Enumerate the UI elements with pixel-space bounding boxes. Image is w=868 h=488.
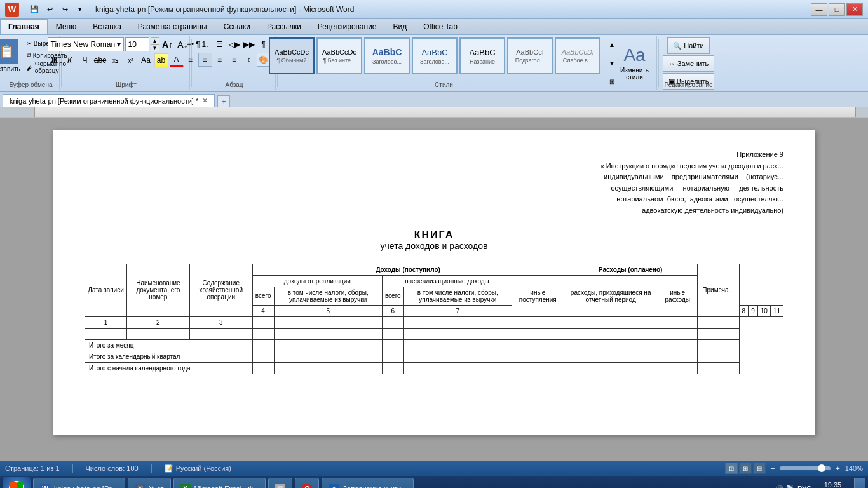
doc-tab-close[interactable]: ✕ (202, 97, 208, 105)
copy-icon: ⧉ (27, 51, 31, 59)
document-area[interactable]: Приложение 9 к Инструкции о порядке веде… (0, 118, 868, 461)
maximize-button[interactable]: □ (829, 3, 845, 16)
start-button[interactable] (3, 477, 31, 488)
justify-btn[interactable]: ≡ (227, 53, 241, 67)
tab-page-layout[interactable]: Разметка страницы (130, 19, 215, 34)
taskbar-ie-btn[interactable]: e Заполнение книги... (322, 478, 414, 488)
style-title[interactable]: AaBbC Название (459, 37, 505, 74)
taskbar-opera-btn[interactable]: O (295, 478, 319, 488)
view-web-btn[interactable]: ⊟ (753, 463, 766, 474)
tab-review[interactable]: Рецензирование (309, 19, 385, 34)
change-styles-icon: Aa (623, 45, 645, 65)
style-subtle[interactable]: AaBbCcDi Слабое в... (555, 37, 600, 74)
change-case-button[interactable]: Аа (139, 53, 153, 67)
sum-q-5 (274, 351, 382, 362)
qa-dropdown-btn[interactable]: ▾ (74, 3, 86, 16)
data-cell-2 (126, 328, 189, 339)
taskbar-mail-btn[interactable]: ✉ (268, 478, 292, 488)
bold-button[interactable]: Ж (48, 53, 62, 67)
tab-office-tab[interactable]: Office Tab (415, 19, 466, 34)
taskbar-notebook-btn[interactable]: 📓 Учет (128, 478, 171, 488)
statusbar-right: ⊡ ⊞ ⊟ − + 140% (725, 463, 863, 474)
format-paint-icon: 🖌 (27, 64, 33, 71)
font-decrease-btn[interactable]: ▼ (151, 44, 159, 51)
col-num-3: 3 (189, 316, 252, 328)
data-cell-8 (512, 328, 564, 339)
superscript-button[interactable]: x² (124, 53, 138, 67)
save-quick-btn[interactable]: 💾 (28, 3, 41, 16)
minimize-button[interactable]: — (811, 3, 827, 16)
annotation-line2: к Инструкции о порядке ведения учета дох… (498, 161, 783, 172)
excel-icon: X (180, 484, 191, 488)
new-tab-button[interactable]: + (217, 95, 230, 107)
tab-view[interactable]: Вид (385, 19, 416, 34)
tab-menu[interactable]: Меню (48, 19, 85, 34)
decrease-indent-btn[interactable]: ◁▶ (227, 37, 241, 51)
paste-button[interactable]: 📋 Вставить (0, 37, 22, 74)
strikethrough-button[interactable]: abc (93, 53, 107, 67)
col-num-1: 1 (85, 316, 127, 328)
col-num-9: 9 (749, 305, 758, 316)
numbering-btn[interactable]: 1. (198, 37, 212, 51)
tab-insert[interactable]: Вставка (85, 19, 130, 34)
zoom-decrease-btn[interactable]: − (771, 464, 775, 472)
header-income-real-total: всего (252, 287, 274, 305)
font-increase-btn[interactable]: ▲ (151, 37, 159, 44)
style-normal[interactable]: AaBbCcDc ¶ Обычный (269, 37, 315, 74)
data-cell-6 (382, 328, 403, 339)
style-subtle-preview: AaBbCcDi (562, 48, 594, 56)
ribbon: Главная Меню Вставка Разметка страницы С… (0, 19, 868, 92)
zoom-level[interactable]: 140% (845, 464, 863, 472)
document-tab[interactable]: kniga-yheta-pn [Режим ограниченной функц… (3, 94, 215, 107)
align-left-btn[interactable]: ≡ (184, 53, 198, 67)
taskbar-word-btn[interactable]: W kniga-yheta-pn [Ре... (33, 478, 125, 488)
zoom-slider[interactable] (780, 466, 831, 470)
undo-quick-btn[interactable]: ↩ (43, 3, 56, 16)
windows-icon (10, 482, 23, 488)
tray-lang[interactable]: РУС (797, 485, 811, 488)
language-block: 📝 Русский (Россия) (165, 464, 231, 473)
taskbar-excel-btn[interactable]: X Microsoft Excel - Ф... (173, 478, 266, 488)
table-header-row1: Дата записи Наименование документа, его … (85, 264, 783, 275)
view-layout-btn[interactable]: ⊞ (739, 463, 752, 474)
style-subtitle[interactable]: AaBbCcI Подзагол... (507, 37, 553, 74)
bullets-btn[interactable]: ≡• (184, 37, 198, 51)
highlight-button[interactable]: ab (154, 53, 168, 67)
zoom-increase-btn[interactable]: + (836, 464, 839, 472)
style-no-spacing[interactable]: AaBbCcDc ¶ Без инте... (316, 37, 362, 74)
mail-icon: ✉ (275, 484, 285, 488)
font-size-box[interactable]: 10 (125, 37, 149, 51)
titlebar: W 💾 ↩ ↪ ▾ kniga-yheta-pn [Режим ограниче… (0, 0, 868, 19)
sum-y-9 (564, 362, 658, 374)
col-num-7: 7 (403, 305, 512, 316)
show-desktop-btn[interactable] (854, 478, 865, 488)
change-styles-label[interactable]: Изменить стили (616, 67, 653, 81)
align-center-btn[interactable]: ≡ (198, 53, 212, 67)
tab-home[interactable]: Главная (0, 19, 48, 34)
redo-quick-btn[interactable]: ↪ (58, 3, 71, 16)
multilevel-btn[interactable]: ☰ (213, 37, 227, 51)
increase-indent-btn[interactable]: ▶▶ (242, 37, 256, 51)
align-right-btn[interactable]: ≡ (213, 53, 227, 67)
find-button[interactable]: 🔍 Найти (667, 37, 709, 54)
tab-mailings[interactable]: Рассылки (259, 19, 309, 34)
style-heading1[interactable]: AaBbC Заголово... (364, 37, 410, 74)
col-num-11b (697, 316, 739, 328)
line-spacing-btn[interactable]: ↕ (242, 53, 256, 67)
close-button[interactable]: ✕ (846, 3, 863, 16)
replace-button[interactable]: ↔ Заменить (663, 55, 714, 72)
table-col-index-row: 1 2 3 (85, 316, 783, 328)
taskbar-right: 🔊 📡 РУС 19:35 07.05.2018 (775, 478, 865, 488)
italic-button[interactable]: К (63, 53, 77, 67)
sum-m-7 (403, 339, 512, 351)
style-heading2[interactable]: AaBbC Заголово... (412, 37, 458, 74)
view-normal-btn[interactable]: ⊡ (725, 463, 738, 474)
subscript-button[interactable]: x₂ (109, 53, 123, 67)
font-grow-btn[interactable]: A↑ (161, 37, 175, 51)
font-color-button[interactable]: A (170, 53, 184, 67)
tab-references[interactable]: Ссылки (215, 19, 259, 34)
font-name-box[interactable]: Times New Roman ▾ (48, 37, 124, 51)
font-name-dropdown[interactable]: ▾ (117, 40, 121, 49)
annotation-line1: Приложение 9 (498, 149, 783, 161)
underline-button[interactable]: Ч (78, 53, 92, 67)
